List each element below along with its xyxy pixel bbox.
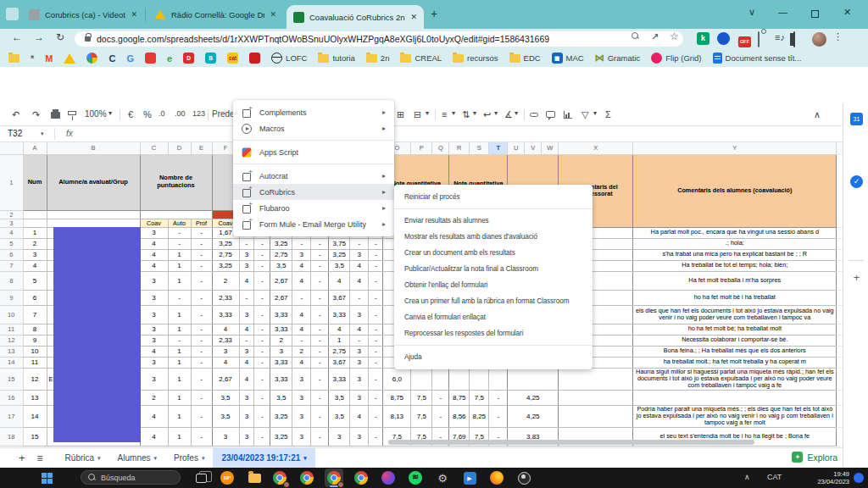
forward-icon[interactable]: → [34,31,44,43]
grid-cell[interactable]: - [311,335,329,346]
grid-header-cell[interactable]: R [449,142,470,154]
grid-cell[interactable]: 4 [23,260,47,271]
undo-icon[interactable]: ↶ [12,109,19,120]
grid-cell[interactable]: 1 [168,357,191,368]
grid-header-cell[interactable]: B [47,142,140,154]
grid-cell[interactable]: 4,25 [508,405,559,427]
grid-cell[interactable]: - [239,290,254,305]
grid-cell[interactable]: 3 [140,227,168,238]
settings-gear-icon[interactable]: ⚙ [433,469,452,487]
chrome-icon-1[interactable] [270,469,289,487]
add-addon-icon[interactable]: + [850,271,863,284]
grid-cell[interactable]: 2 [140,390,168,405]
menu-item-complements[interactable]: Complements▸ [233,104,394,120]
grid-cell[interactable]: 1 [329,335,350,346]
wrap-caret-icon[interactable]: ▾ [494,109,498,117]
grid-cell[interactable]: 3 [239,249,254,260]
languagetool-extension-icon[interactable]: LTOFF [737,39,744,45]
grid-cell[interactable]: 4 [350,405,369,427]
grid-cell[interactable]: 4 [239,368,254,390]
grid-cell[interactable]: 8,25 [470,405,489,427]
grid-cell[interactable]: 3,5 [329,260,350,271]
grid-cell[interactable]: 3 [350,390,369,405]
grid-header-cell[interactable]: X [559,142,633,154]
grid-cell[interactable]: - [254,260,270,271]
bookmark-item[interactable]: B [205,53,216,64]
grid-header-cell[interactable]: U [508,142,525,154]
grid-header-cell[interactable]: 6 [0,249,23,260]
task-view-icon[interactable] [192,469,210,487]
bookmark-item[interactable] [86,53,97,64]
text-rotation-icon[interactable]: ∡ [504,109,513,120]
grid-cell[interactable]: 7,5 [411,405,432,427]
grid-cell[interactable]: 3,33 [270,324,292,335]
grid-cell[interactable]: Ha treballat be tot el temps; hola; bièn… [633,260,837,271]
grid-cell[interactable] [23,219,47,227]
grid-cell[interactable]: 3 [350,305,369,324]
grid-cell[interactable]: - [191,260,212,271]
grid-cell[interactable]: 9 [23,335,47,346]
grid-cell[interactable] [432,368,449,390]
grid-cell[interactable]: Bona feina.; ; Ha treballat més que els … [633,346,837,357]
grid-header-cell[interactable]: C [140,142,168,154]
menu-item-corubrics[interactable]: CoRubrics▸ [233,184,394,200]
grid-cell[interactable]: - [254,305,270,324]
submenu-item-enviar-resultats-als-alumnes[interactable]: Enviar resultats als alumnes [394,213,593,229]
grid-cell[interactable]: 3,5 [212,390,239,405]
grid-cell[interactable]: - [191,368,212,390]
submenu-item-reprocessar-les-respostes-del-formulari[interactable]: Reprocessar les respostes del formulari [394,325,593,341]
grid-cell[interactable] [470,368,489,390]
grid-cell[interactable]: 3 [140,290,168,305]
grid-cell[interactable]: Hauría sigut millor si haguessi parlat u… [633,368,837,390]
bookmark-tutoria[interactable]: tutoria [318,53,354,63]
grid-cell[interactable]: - [369,346,383,357]
grid-cell[interactable]: 3 [239,305,254,324]
grid-cell[interactable]: 13 [23,390,47,405]
grid-cell[interactable]: 12 [23,368,47,390]
grid-cell[interactable]: 3 [350,368,369,390]
vertical-align-icon[interactable]: ⇅ [462,109,470,120]
grid-cell[interactable]: 3 [140,357,168,368]
bookmark-item[interactable] [145,53,156,64]
bookmark-2n[interactable]: 2n [366,53,390,63]
grid-cell[interactable]: - [369,390,383,405]
grid-cell[interactable]: - [311,368,329,390]
grid-header-cell[interactable]: T [489,142,508,154]
grid-cell[interactable]: - [369,290,383,305]
start-button[interactable] [37,469,56,487]
grid-cell[interactable]: - [292,335,311,346]
grid-cell[interactable]: 1 [168,346,191,357]
grid-cell[interactable] [633,390,837,405]
grid-cell[interactable]: 4 [212,324,239,335]
grid-cell[interactable]: - [311,249,329,260]
bookmark-item[interactable]: cat [227,53,238,64]
grid-cell[interactable]: - [191,271,212,290]
grid-cell[interactable]: - [191,249,212,260]
grid-header-cell[interactable]: 13 [0,346,23,357]
grid-cell[interactable]: 4 [140,405,168,427]
grid-cell[interactable]: 3 [212,346,239,357]
currency-icon[interactable]: € [128,109,133,119]
grid-cell[interactable]: 4 [350,324,369,335]
grid-cell[interactable] [140,210,212,219]
bookmark-mac[interactable]: ▦MAC [552,53,584,64]
grid-cell[interactable]: Nombre de puntuacions [140,154,212,210]
functions-icon[interactable]: Σ [605,109,611,119]
grid-cell[interactable]: Podría haber paralt una miqueta més.; ; … [633,405,837,427]
grid-cell[interactable]: 3 [350,249,369,260]
grid-cell[interactable]: 3 [292,390,311,405]
grid-cell[interactable]: Prof [191,219,212,227]
grid-cell[interactable]: 4 [212,357,239,368]
sheet-tab-alumnes[interactable]: Alumnes▾ [109,448,165,469]
grid-cell[interactable]: 4 [329,271,350,290]
grid-header-cell[interactable]: V [525,142,542,154]
browser-tab-2[interactable]: Ràdio Cornellà: Google Drive ✕ [147,0,283,29]
number-format-icon[interactable]: 123 [192,109,205,118]
bookmark-gramatic[interactable]: ⋈Gramatic [595,53,641,64]
grid-cell[interactable]: Comentaris dels alumnes (coavaluació) [633,154,837,227]
grid-cell[interactable]: - [369,427,383,446]
chrome-icon-active[interactable] [325,469,343,487]
print-icon[interactable] [51,112,60,119]
submenu-item-reiniciar-el-proc-s[interactable]: Reiniciar el procés [394,189,593,205]
blue-extension-icon[interactable] [717,32,730,45]
